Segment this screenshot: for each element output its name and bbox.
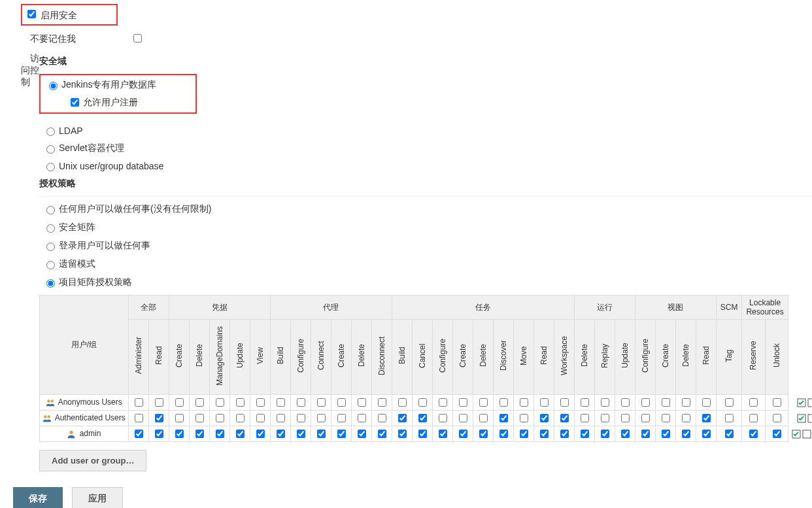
permission-checkbox[interactable] [277, 430, 285, 438]
permission-checkbox[interactable] [195, 414, 204, 422]
dont-remember-me-checkbox[interactable] [133, 34, 142, 42]
permission-checkbox[interactable] [297, 398, 305, 407]
permission-checkbox[interactable] [641, 430, 650, 438]
permission-checkbox[interactable] [702, 414, 711, 422]
permission-checkbox[interactable] [662, 414, 670, 422]
permission-checkbox[interactable] [499, 430, 508, 438]
permission-checkbox[interactable] [749, 414, 758, 422]
permission-checkbox[interactable] [155, 398, 163, 407]
permission-checkbox[interactable] [378, 414, 386, 422]
row-action-uncheck-all[interactable] [802, 430, 811, 439]
permission-checkbox[interactable] [459, 430, 467, 438]
permission-checkbox[interactable] [135, 398, 143, 407]
permission-checkbox[interactable] [297, 430, 305, 438]
permission-checkbox[interactable] [560, 414, 569, 422]
add-user-or-group-button[interactable]: Add user or group… [39, 450, 146, 471]
permission-checkbox[interactable] [337, 430, 346, 438]
allow-user-signup-checkbox[interactable] [71, 98, 79, 107]
permission-checkbox[interactable] [581, 398, 589, 407]
permission-checkbox[interactable] [439, 430, 447, 438]
authz-matrix-radio[interactable] [46, 224, 55, 233]
row-action-check-all[interactable] [797, 414, 806, 423]
permission-checkbox[interactable] [725, 398, 734, 407]
permission-checkbox[interactable] [195, 398, 204, 407]
permission-checkbox[interactable] [560, 398, 569, 407]
permission-checkbox[interactable] [439, 414, 447, 422]
permission-checkbox[interactable] [540, 414, 549, 422]
permission-checkbox[interactable] [216, 398, 224, 407]
permission-checkbox[interactable] [682, 398, 690, 407]
permission-checkbox[interactable] [682, 414, 690, 422]
permission-checkbox[interactable] [216, 430, 224, 438]
row-action-uncheck-all[interactable] [807, 398, 812, 407]
permission-checkbox[interactable] [725, 430, 734, 438]
permission-checkbox[interactable] [581, 430, 589, 438]
permission-checkbox[interactable] [398, 430, 407, 438]
permission-checkbox[interactable] [773, 398, 781, 407]
permission-checkbox[interactable] [256, 414, 265, 422]
apply-button[interactable]: 应用 [72, 487, 123, 508]
permission-checkbox[interactable] [459, 398, 467, 407]
permission-checkbox[interactable] [378, 398, 386, 407]
permission-checkbox[interactable] [479, 414, 488, 422]
permission-checkbox[interactable] [358, 414, 366, 422]
permission-checkbox[interactable] [520, 398, 528, 407]
realm-jenkins-db-radio[interactable] [49, 82, 58, 90]
permission-checkbox[interactable] [337, 414, 346, 422]
permission-checkbox[interactable] [702, 398, 711, 407]
permission-checkbox[interactable] [378, 430, 386, 438]
permission-checkbox[interactable] [520, 430, 528, 438]
permission-checkbox[interactable] [749, 398, 758, 407]
permission-checkbox[interactable] [581, 414, 589, 422]
authz-legacy-radio[interactable] [46, 261, 55, 269]
permission-checkbox[interactable] [135, 430, 143, 438]
permission-checkbox[interactable] [641, 398, 650, 407]
save-button[interactable]: 保存 [13, 487, 63, 508]
permission-checkbox[interactable] [155, 430, 163, 438]
permission-checkbox[interactable] [358, 430, 366, 438]
permission-checkbox[interactable] [459, 414, 467, 422]
permission-checkbox[interactable] [682, 430, 690, 438]
permission-checkbox[interactable] [540, 430, 549, 438]
realm-unix-radio[interactable] [46, 163, 55, 171]
permission-checkbox[interactable] [560, 430, 569, 438]
permission-checkbox[interactable] [398, 398, 407, 407]
authz-loggedin-radio[interactable] [46, 243, 55, 251]
permission-checkbox[interactable] [601, 414, 609, 422]
permission-checkbox[interactable] [773, 430, 781, 438]
permission-checkbox[interactable] [256, 430, 265, 438]
permission-checkbox[interactable] [662, 398, 670, 407]
permission-checkbox[interactable] [236, 398, 245, 407]
permission-checkbox[interactable] [337, 398, 346, 407]
permission-checkbox[interactable] [479, 430, 488, 438]
permission-checkbox[interactable] [621, 398, 630, 407]
permission-checkbox[interactable] [155, 414, 163, 422]
permission-checkbox[interactable] [479, 398, 488, 407]
realm-servlet-radio[interactable] [46, 145, 55, 154]
realm-ldap-radio[interactable] [46, 127, 55, 136]
permission-checkbox[interactable] [418, 414, 427, 422]
permission-checkbox[interactable] [540, 398, 549, 407]
permission-checkbox[interactable] [601, 430, 609, 438]
permission-checkbox[interactable] [439, 398, 447, 407]
permission-checkbox[interactable] [195, 430, 204, 438]
permission-checkbox[interactable] [499, 398, 508, 407]
permission-checkbox[interactable] [418, 430, 427, 438]
permission-checkbox[interactable] [520, 414, 528, 422]
permission-checkbox[interactable] [277, 414, 285, 422]
permission-checkbox[interactable] [317, 430, 326, 438]
permission-checkbox[interactable] [641, 414, 650, 422]
authz-project-matrix-radio[interactable] [46, 279, 55, 288]
permission-checkbox[interactable] [175, 414, 184, 422]
permission-checkbox[interactable] [175, 398, 184, 407]
row-action-check-all[interactable] [797, 398, 806, 407]
enable-security-checkbox[interactable] [27, 10, 36, 18]
permission-checkbox[interactable] [277, 398, 285, 407]
permission-checkbox[interactable] [236, 430, 245, 438]
permission-checkbox[interactable] [236, 414, 245, 422]
row-action-check-all[interactable] [792, 430, 801, 439]
permission-checkbox[interactable] [418, 398, 427, 407]
permission-checkbox[interactable] [499, 414, 508, 422]
permission-checkbox[interactable] [662, 430, 670, 438]
permission-checkbox[interactable] [135, 414, 143, 422]
